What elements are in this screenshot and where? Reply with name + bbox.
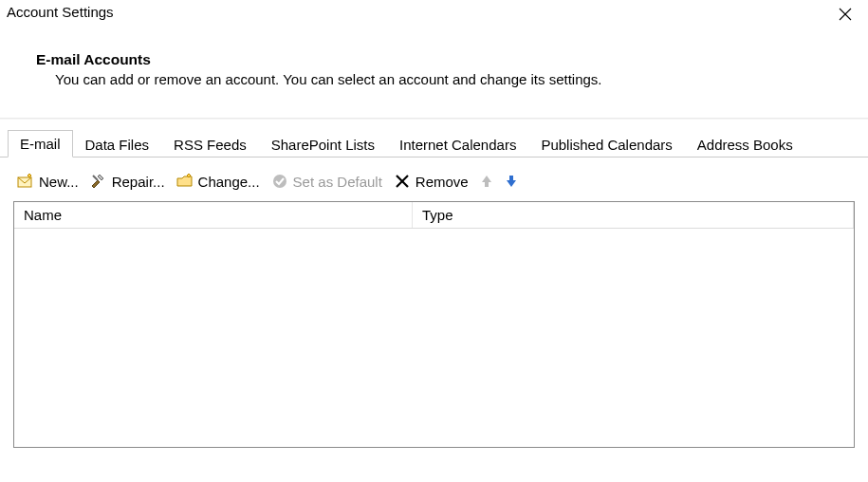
move-down-button[interactable]	[503, 171, 524, 192]
tab-rss-feeds[interactable]: RSS Feeds	[161, 131, 259, 158]
svg-marker-10	[507, 176, 516, 187]
tab-label: RSS Feeds	[174, 137, 247, 153]
toolbar: New... Repair... Change...	[13, 167, 855, 201]
title-bar: Account Settings	[0, 0, 868, 27]
close-button[interactable]	[832, 4, 859, 27]
tab-label: Internet Calendars	[399, 137, 516, 153]
tab-label: Published Calendars	[541, 137, 672, 153]
arrow-down-icon	[503, 173, 520, 190]
remove-x-icon	[394, 173, 411, 190]
tab-email[interactable]: E-mail	[8, 130, 73, 158]
tab-data-files[interactable]: Data Files	[73, 131, 162, 158]
accounts-grid[interactable]: Name Type	[13, 201, 855, 448]
close-icon	[839, 8, 852, 24]
tools-icon	[90, 173, 107, 190]
grid-body[interactable]	[14, 229, 854, 445]
tab-published-calendars[interactable]: Published Calendars	[528, 131, 684, 158]
tab-label: Address Books	[697, 137, 793, 153]
tab-internet-calendars[interactable]: Internet Calendars	[387, 131, 528, 158]
move-up-button[interactable]	[478, 171, 499, 192]
change-button-label: Change...	[198, 174, 260, 190]
tab-address-books[interactable]: Address Books	[685, 131, 805, 158]
column-header-name[interactable]: Name	[14, 202, 413, 228]
folder-change-icon	[176, 173, 194, 190]
set-default-button[interactable]: Set as Default	[269, 171, 388, 192]
column-label: Type	[422, 207, 453, 223]
svg-marker-3	[28, 174, 31, 177]
change-button[interactable]: Change...	[175, 171, 266, 192]
repair-button[interactable]: Repair...	[88, 171, 171, 192]
tab-sharepoint-lists[interactable]: SharePoint Lists	[259, 131, 387, 158]
column-label: Name	[24, 207, 62, 223]
arrow-up-icon	[478, 173, 495, 190]
new-button[interactable]: New...	[15, 171, 84, 192]
new-button-label: New...	[39, 174, 79, 190]
svg-point-6	[273, 175, 286, 188]
grid-header: Name Type	[14, 202, 854, 229]
svg-line-4	[93, 176, 98, 180]
tab-label: E-mail	[20, 136, 61, 152]
header-description: You can add or remove an account. You ca…	[36, 71, 859, 87]
tab-label: Data Files	[85, 137, 150, 153]
remove-button[interactable]: Remove	[392, 171, 474, 192]
set-default-button-label: Set as Default	[293, 174, 382, 190]
header-title: E-mail Accounts	[36, 51, 859, 68]
tab-label: SharePoint Lists	[271, 137, 375, 153]
header-block: E-mail Accounts You can add or remove an…	[0, 27, 868, 99]
remove-button-label: Remove	[416, 174, 469, 190]
svg-marker-9	[482, 176, 491, 187]
window-title: Account Settings	[7, 4, 114, 20]
check-circle-icon	[271, 173, 288, 190]
repair-button-label: Repair...	[112, 174, 165, 190]
tab-bar: E-mail Data Files RSS Feeds SharePoint L…	[0, 120, 868, 158]
column-header-type[interactable]: Type	[413, 202, 854, 228]
envelope-new-icon	[17, 173, 34, 190]
tab-panel-email: New... Repair... Change...	[0, 158, 868, 461]
